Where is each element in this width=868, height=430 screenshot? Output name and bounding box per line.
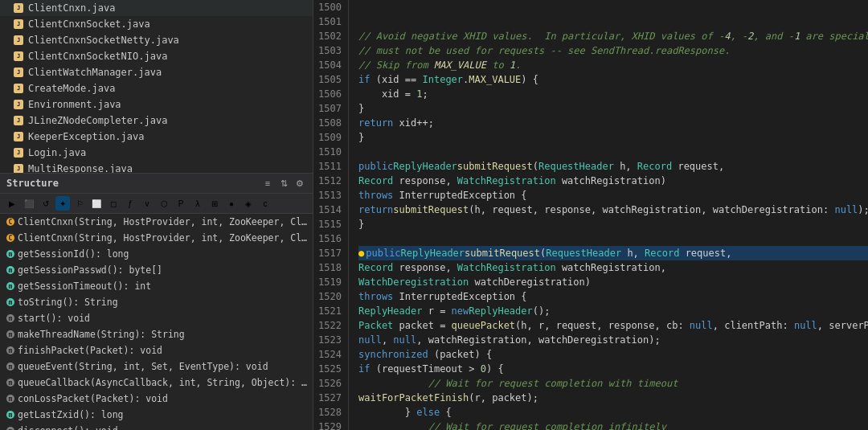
struct-label: toString(): String	[18, 297, 118, 308]
file-name: ClientCnxnSocket.java	[28, 18, 150, 30]
square-icon[interactable]: ◻	[106, 196, 121, 211]
structure-item[interactable]: mgetSessionTimeout(): int	[0, 278, 313, 294]
file-item[interactable]: JClientCnxnSocket.java	[0, 16, 313, 32]
lambda-icon[interactable]: λ	[190, 196, 205, 211]
structure-icons-row: ▶⬛↺✦⚐⬜◻ƒv⬡Pλ⊞●◈c	[0, 194, 313, 214]
flag-icon[interactable]: ⚐	[72, 196, 87, 211]
status-dot: m	[6, 266, 14, 274]
structure-item[interactable]: mgetLastZxid(): long	[0, 407, 313, 423]
diamond-icon[interactable]: ◈	[241, 196, 256, 211]
file-item[interactable]: JJLineZNodeCompleter.java	[0, 113, 313, 129]
file-item[interactable]: JLogin.java	[0, 145, 313, 161]
file-item[interactable]: JKeeperException.java	[0, 129, 313, 145]
code-line: ●public ReplyHeader submitRequest(Reques…	[358, 246, 868, 260]
file-list[interactable]: JClientCnxn.javaJClientCnxnSocket.javaJC…	[0, 0, 313, 173]
line-number: 1504	[317, 58, 342, 72]
file-item[interactable]: JMultiResponse.java	[0, 161, 313, 173]
stop-icon[interactable]: ⬛	[22, 196, 36, 211]
status-dot: m	[6, 411, 14, 419]
code-content: // Avoid negative XHID values. In partic…	[349, 0, 868, 430]
line-number: 1521	[317, 304, 342, 318]
file-java-icon: J	[13, 131, 24, 142]
struct-label: getSessionPasswd(): byte[]	[18, 264, 162, 276]
code-line: // Wait for request completion infinitel…	[358, 420, 868, 430]
code-line: null, null, watchRegistration, watchDere…	[358, 333, 868, 347]
line-number: 1503	[317, 43, 342, 58]
structure-item[interactable]: mqueueCallback(AsyncCallback, int, Strin…	[0, 375, 313, 391]
code-line: waitForPacketFinish(r, packet);	[358, 391, 868, 405]
structure-item[interactable]: mmakeThreadName(String): String	[0, 326, 313, 342]
line-number: 1529	[317, 420, 342, 430]
line-number: 1508	[317, 116, 342, 130]
breakpoint-dot: ●	[358, 246, 364, 260]
file-name: ClientCnxnSocketNIO.java	[28, 51, 167, 62]
line-number: 1509	[317, 130, 342, 145]
structure-item[interactable]: mgetSessionId(): long	[0, 246, 313, 262]
struct-label: disconnect(): void	[18, 425, 118, 430]
circle-icon[interactable]: ●	[224, 196, 239, 211]
code-line	[358, 145, 868, 159]
struct-label: start(): void	[18, 313, 90, 324]
file-item[interactable]: JEnvironment.java	[0, 96, 313, 113]
file-item[interactable]: JClientCnxn.java	[0, 0, 313, 16]
file-java-icon: J	[13, 2, 24, 14]
file-name: Login.java	[28, 147, 86, 158]
structure-item[interactable]: mgetSessionPasswd(): byte[]	[0, 262, 313, 278]
line-number: 1515	[317, 217, 342, 231]
status-dot: C	[6, 234, 14, 242]
structure-item[interactable]: mstart(): void	[0, 310, 313, 326]
file-item[interactable]: JClientWatchManager.java	[0, 64, 313, 80]
code-line: // Wait for request completion with time…	[358, 376, 868, 391]
line-number: 1502	[317, 29, 342, 43]
variable-icon[interactable]: v	[140, 196, 154, 211]
structure-item[interactable]: CClientCnxn(String, HostProvider, int, Z…	[0, 214, 313, 230]
status-dot: C	[6, 218, 14, 226]
sort-alpha-button[interactable]: ≡	[261, 177, 274, 190]
structure-item[interactable]: CClientCnxn(String, HostProvider, int, Z…	[0, 230, 313, 246]
line-number: 1516	[317, 231, 342, 246]
c-icon[interactable]: c	[258, 196, 272, 211]
file-item[interactable]: JClientCnxnSocketNetty.java	[0, 32, 313, 48]
file-name: ClientCnxnSocketNetty.java	[28, 35, 179, 46]
refresh-icon[interactable]: ↺	[39, 196, 53, 211]
line-number: 1525	[317, 362, 342, 376]
structure-list[interactable]: CClientCnxn(String, HostProvider, int, Z…	[0, 214, 313, 430]
code-line: throws InterruptedException {	[358, 289, 868, 304]
code-line: // must not be used for requests -- see …	[358, 43, 868, 58]
status-dot: m	[6, 379, 14, 387]
line-number: 1513	[317, 188, 342, 203]
structure-item[interactable]: mqueueEvent(String, int, Set, EventType)…	[0, 358, 313, 375]
function-icon[interactable]: ƒ	[123, 196, 137, 211]
status-dot: m	[6, 250, 14, 258]
grid-icon[interactable]: ⊞	[207, 196, 222, 211]
line-number: 1514	[317, 203, 342, 217]
line-number: 1523	[317, 333, 342, 347]
code-line: // Skip from MAX_VALUE to 1.	[358, 58, 868, 72]
code-area[interactable]: 1500150115021503150415051506150715081509…	[313, 0, 868, 430]
file-item[interactable]: JClientCnxnSocketNIO.java	[0, 48, 313, 64]
structure-item[interactable]: mtoString(): String	[0, 294, 313, 310]
code-line: synchronized (packet) {	[358, 347, 868, 362]
code-line: return xid++;	[358, 116, 868, 130]
run-icon[interactable]: ▶	[5, 196, 19, 211]
star-icon[interactable]: ✦	[55, 196, 70, 211]
expand-all-button[interactable]: ⇅	[277, 177, 290, 190]
line-number: 1522	[317, 318, 342, 333]
line-number: 1518	[317, 260, 342, 275]
structure-item[interactable]: mconLossPacket(Packet): void	[0, 391, 313, 407]
struct-label: queueCallback(AsyncCallback, int, String…	[18, 377, 309, 388]
property-icon[interactable]: P	[174, 196, 188, 211]
hex-icon[interactable]: ⬡	[157, 196, 171, 211]
line-number: 1507	[317, 101, 342, 116]
file-item[interactable]: JCreateMode.java	[0, 80, 313, 96]
structure-item[interactable]: mfinishPacket(Packet): void	[0, 342, 313, 358]
line-number: 1512	[317, 174, 342, 188]
line-number: 1524	[317, 347, 342, 362]
status-dot: m	[6, 330, 14, 338]
box-icon[interactable]: ⬜	[89, 196, 104, 211]
structure-item[interactable]: mdisconnect(): void	[0, 423, 313, 430]
code-line	[358, 231, 868, 246]
line-number: 1505	[317, 72, 342, 87]
settings-button[interactable]: ⚙	[293, 177, 306, 190]
code-line: Record response, WatchRegistration watch…	[358, 174, 868, 188]
